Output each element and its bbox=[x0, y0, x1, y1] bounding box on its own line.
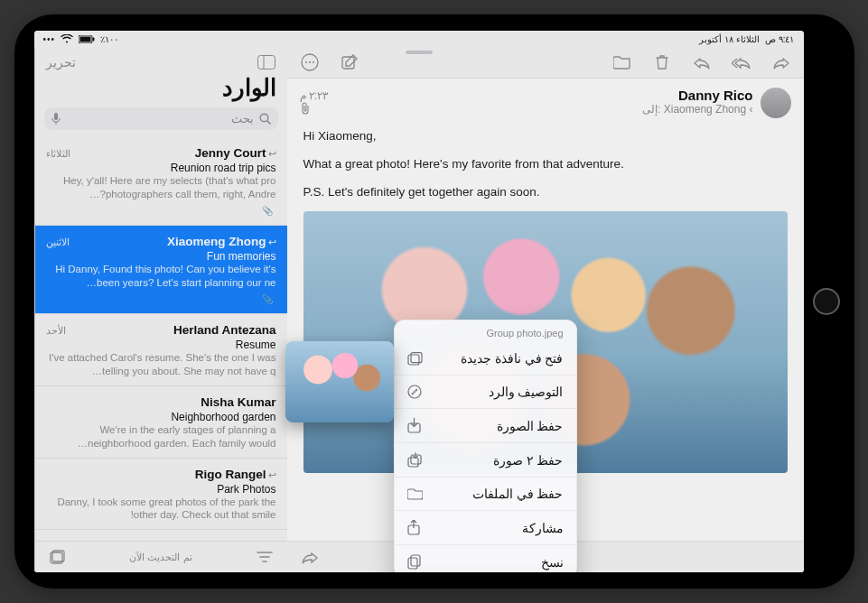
body-line: P.S. Let's definitely get together again… bbox=[303, 183, 788, 202]
svg-rect-20 bbox=[411, 352, 422, 362]
save-icon bbox=[407, 418, 421, 433]
context-popover: Group photo.jpeg فتح في نافذة جديدةالتوص… bbox=[302, 320, 577, 572]
menu-item-label: حفظ في الملفات bbox=[472, 487, 564, 501]
compose-icon-bottom[interactable] bbox=[48, 547, 68, 567]
multitask-grabber[interactable] bbox=[406, 51, 433, 54]
mailbox-sidebar: تحرير الوارد بحث ↩︎Jenny CourtالثلاثاءRe bbox=[34, 47, 287, 572]
list-preview: Hi Danny, Found this photo! Can you beli… bbox=[46, 263, 276, 290]
list-item[interactable]: Antonio ManriquezSend photos please!Dann… bbox=[35, 530, 287, 541]
edit-button[interactable]: تحرير bbox=[46, 55, 76, 70]
filter-icon[interactable] bbox=[255, 547, 275, 567]
status-bar: ٩:٤١ ص الثلاثاء ١٨ أكتوبر ١٠٠٪ ••• bbox=[34, 31, 804, 47]
avatar[interactable] bbox=[761, 88, 791, 118]
list-subject: Resume bbox=[46, 339, 276, 351]
menu-item[interactable]: التوصيف والرد bbox=[395, 375, 576, 408]
list-subject: Fun memories bbox=[46, 250, 276, 263]
share-icon bbox=[407, 520, 420, 535]
list-date: الأحد bbox=[46, 325, 66, 337]
svg-rect-1 bbox=[80, 36, 91, 42]
menu-item[interactable]: فتح في نافذة جديدة bbox=[395, 342, 576, 375]
forward-icon[interactable] bbox=[771, 52, 791, 72]
list-item[interactable]: Nisha KumarNeighborhood gardenWe're in t… bbox=[35, 386, 287, 459]
context-thumbnail[interactable] bbox=[285, 341, 394, 422]
updated-text: تم التحديث الآن bbox=[129, 552, 191, 563]
menu-item-label: حفظ الصورة bbox=[497, 419, 564, 433]
list-subject: Reunion road trip pics bbox=[46, 162, 276, 174]
menu-item[interactable]: مشاركة bbox=[395, 510, 576, 544]
context-filename: Group photo.jpeg bbox=[395, 320, 576, 342]
list-sender: Herland Antezana bbox=[173, 323, 276, 337]
chevron-left-icon: ‹ bbox=[750, 103, 753, 116]
menu-item[interactable]: نسخ bbox=[395, 544, 576, 572]
list-subject: Neighborhood garden bbox=[46, 411, 276, 423]
menu-item-label: فتح في نافذة جديدة bbox=[461, 351, 564, 366]
menu-item-label: نسخ bbox=[541, 555, 564, 570]
copy-icon bbox=[407, 554, 421, 570]
list-item[interactable]: ↩︎Jenny CourtالثلاثاءReunion road trip p… bbox=[35, 137, 287, 226]
context-menu: Group photo.jpeg فتح في نافذة جديدةالتوص… bbox=[394, 320, 577, 572]
message-header: ٢:٢٣ م Danny Rico إلى: Xiaomeng Zhong ‹ bbox=[287, 79, 804, 124]
search-icon bbox=[259, 113, 271, 125]
attachment-icon: 📎 bbox=[262, 294, 273, 304]
attachment-icon bbox=[300, 102, 329, 115]
message-time: ٢:٢٣ م bbox=[300, 89, 329, 102]
menu-item[interactable]: حفظ ٢ صورة bbox=[395, 442, 576, 477]
list-item[interactable]: ↩︎Xiaomeng ZhongالاثنينFun memoriesHi Da… bbox=[35, 226, 287, 314]
list-sender: Jenny Court bbox=[195, 146, 266, 160]
svg-rect-7 bbox=[54, 113, 58, 120]
folder-icon bbox=[407, 487, 423, 500]
trash-icon[interactable] bbox=[652, 52, 672, 72]
menu-item-label: مشاركة bbox=[522, 521, 564, 535]
svg-point-15 bbox=[304, 61, 306, 63]
list-preview: Hey, y'all! Here are my selects (that's … bbox=[46, 174, 276, 201]
ipad-frame: ٩:٤١ ص الثلاثاء ١٨ أكتوبر ١٠٠٪ ••• bbox=[14, 14, 854, 589]
markup-icon bbox=[407, 385, 422, 399]
svg-point-21 bbox=[408, 385, 421, 398]
menu-item-label: التوصيف والرد bbox=[489, 385, 564, 399]
reader-toolbar bbox=[287, 47, 804, 79]
compose-icon[interactable] bbox=[340, 52, 359, 72]
list-sender: Xiaomeng Zhong bbox=[167, 235, 266, 248]
list-preview: I've attached Carol's resume. She's the … bbox=[46, 351, 276, 378]
mailbox-title: الوارد bbox=[35, 74, 287, 107]
reply-indicator-icon: ↩︎ bbox=[268, 469, 276, 480]
list-date: الاثنين bbox=[46, 237, 70, 248]
list-sender: Rigo Rangel bbox=[195, 468, 266, 481]
svg-rect-27 bbox=[411, 555, 420, 566]
list-date: الثلاثاء bbox=[46, 148, 70, 160]
reply-indicator-icon: ↩︎ bbox=[268, 148, 276, 159]
reply-all-icon[interactable] bbox=[732, 52, 751, 72]
search-placeholder: بحث bbox=[231, 112, 254, 125]
message-list: ↩︎Jenny CourtالثلاثاءReunion road trip p… bbox=[35, 137, 287, 541]
status-time: ٩:٤١ ص bbox=[765, 34, 795, 44]
svg-rect-19 bbox=[408, 355, 419, 365]
svg-rect-23 bbox=[408, 458, 418, 467]
svg-line-6 bbox=[267, 121, 270, 124]
list-subject: Park Photos bbox=[46, 483, 276, 496]
sidebar-toggle-icon[interactable] bbox=[257, 52, 276, 72]
battery-icon bbox=[79, 35, 95, 43]
list-item[interactable]: Herland AntezanaالأحدResumeI've attached… bbox=[35, 314, 287, 386]
reply-icon[interactable] bbox=[692, 52, 712, 72]
menu-item[interactable]: حفظ في الملفات bbox=[395, 477, 576, 510]
reply-indicator-icon: ↩︎ bbox=[268, 237, 276, 247]
list-preview: Danny, I took some great photos of the p… bbox=[46, 496, 276, 523]
menu-item[interactable]: حفظ الصورة bbox=[395, 408, 576, 442]
move-icon[interactable] bbox=[612, 52, 632, 72]
svg-rect-2 bbox=[93, 37, 95, 41]
svg-point-17 bbox=[312, 61, 313, 63]
svg-point-16 bbox=[308, 61, 310, 63]
list-item[interactable]: ↩︎Rigo RangelPark PhotosDanny, I took so… bbox=[35, 459, 287, 531]
dictate-icon[interactable] bbox=[51, 113, 61, 125]
screen: ٩:٤١ ص الثلاثاء ١٨ أكتوبر ١٠٠٪ ••• bbox=[34, 31, 804, 572]
menu-item-label: حفظ ٢ صورة bbox=[493, 453, 564, 468]
home-button[interactable] bbox=[813, 288, 840, 315]
more-icon[interactable] bbox=[300, 52, 320, 72]
message-sender[interactable]: Danny Rico bbox=[335, 88, 752, 103]
to-recipient[interactable]: Xiaomeng Zhong bbox=[664, 103, 746, 116]
list-sender: Nisha Kumar bbox=[201, 395, 275, 409]
svg-rect-26 bbox=[408, 558, 417, 569]
search-input[interactable]: بحث bbox=[44, 107, 278, 130]
wifi-icon bbox=[61, 34, 73, 43]
list-preview: We're in the early stages of planning a … bbox=[46, 423, 276, 450]
